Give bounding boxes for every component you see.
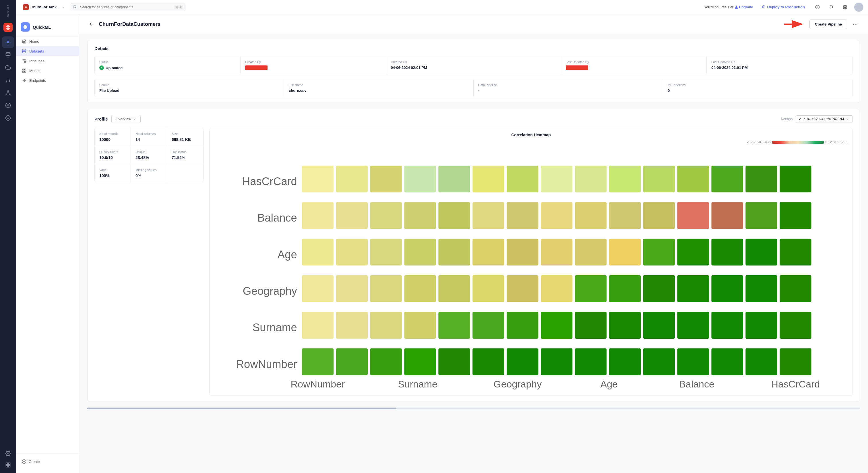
sidebar-item-network-icon[interactable] [2,87,14,98]
more-options-button[interactable]: ··· [851,20,860,29]
svg-rect-45 [472,166,504,192]
user-avatar[interactable] [854,3,863,12]
red-arrow-icon [783,19,806,29]
stats-left: No of records 10000 No of columns 14 Siz… [94,128,204,396]
project-selector[interactable]: C ChurnForBank... [21,3,67,11]
created-on-value: 04-06-2024 02:01 PM [391,65,556,70]
page-content: ChurnForDataCustomers Crea [79,14,868,473]
back-button[interactable] [87,20,95,28]
svg-rect-115 [302,348,334,375]
nav-item-pipelines[interactable]: Pipelines [16,56,79,66]
svg-rect-50 [643,166,675,192]
page-header-right: Create Pipeline ··· [783,19,860,29]
svg-rect-117 [370,348,402,375]
svg-point-20 [844,7,846,8]
svg-rect-112 [711,312,743,338]
sidebar-item-datasets-icon[interactable] [2,49,14,61]
horizontal-scrollbar[interactable] [87,408,860,409]
columns-value: 14 [135,137,162,142]
notifications-button[interactable] [827,3,836,12]
size-cell: Size 668.81 KB [167,128,203,146]
create-pipeline-button[interactable]: Create Pipeline [809,20,847,29]
svg-rect-97 [711,275,743,302]
upgrade-icon [735,5,738,9]
last-updated-by-value: ████████ [566,65,702,70]
svg-rect-12 [6,463,8,465]
profile-card: Profile Overview Version V1 / 04-06-2024… [87,109,860,402]
create-button[interactable]: Create [22,457,73,466]
valid-cell: Valid 100% [95,164,131,182]
svg-rect-95 [643,275,675,302]
svg-rect-48 [575,166,607,192]
svg-rect-66 [677,202,709,229]
sidebar-bottom: Create [16,453,79,470]
scrollbar-thumb[interactable] [87,408,396,409]
svg-point-5 [7,90,8,91]
sidebar-item-grid-icon[interactable] [2,459,14,471]
deploy-to-production-button[interactable]: Deploy to Production [758,3,808,11]
svg-rect-125 [643,348,675,375]
sidebar-item-rocket-icon[interactable] [2,100,14,111]
ml-pipelines-cell: ML Pipelines 0 [663,79,852,97]
search-input[interactable] [71,3,185,11]
heatmap-svg: HasCrCard Balance Age Geography Surname … [214,146,848,390]
heatmap-container: Correlation Heatmap -1 -0.75 -0.5 -0.25 … [209,128,853,396]
help-button[interactable] [813,3,822,12]
sidebar-item-chart-icon[interactable] [2,74,14,86]
sidebar-item-face-icon[interactable] [2,112,14,124]
svg-rect-24 [24,69,26,70]
nav-item-models[interactable]: Models [16,66,79,75]
free-tier-badge: You're on Free Tier Upgrade [704,5,753,9]
details-card: Details Status Uploaded Created By █████… [87,40,860,103]
sidebar-item-settings-icon[interactable] [2,448,14,459]
svg-text:Surname: Surname [253,321,297,334]
stats-grid: No of records 10000 No of columns 14 Siz… [94,128,204,182]
svg-rect-119 [438,348,470,375]
nav-item-home[interactable]: Home [16,36,79,46]
svg-text:HasCrCard: HasCrCard [771,379,820,389]
svg-rect-13 [9,463,10,465]
content-area: QuickML Home Datasets Pipelines Models E… [16,14,868,473]
svg-rect-43 [404,166,436,192]
svg-text:Balance: Balance [257,212,297,224]
file-name-label: File Name [289,83,469,87]
svg-rect-14 [9,466,10,467]
version-select[interactable]: V1 / 04-06-2024 02:01:47 PM [795,115,853,123]
file-name-cell: File Name churn.csv [284,79,474,97]
records-cell: No of records 10000 [95,128,131,146]
nav-item-datasets[interactable]: Datasets [16,46,79,56]
profile-dropdown[interactable]: Overview [112,115,141,123]
home-icon [22,39,26,43]
sidebar-item-quickml[interactable] [2,36,14,48]
upgrade-link[interactable]: Upgrade [735,5,753,9]
svg-rect-77 [541,239,572,265]
services-bar: Services [0,0,16,473]
svg-rect-42 [370,166,402,192]
data-pipeline-value: - [478,88,658,93]
svg-rect-62 [541,202,572,229]
nav-label-pipelines: Pipelines [29,59,44,63]
nav-item-endpoints[interactable]: Endpoints [16,75,79,85]
svg-rect-84 [780,239,811,265]
svg-rect-59 [438,202,470,229]
svg-rect-104 [438,312,470,338]
svg-rect-68 [745,202,777,229]
svg-rect-26 [22,71,24,72]
sidebar-item-cloud-icon[interactable] [2,62,14,73]
page-title: ChurnForDataCustomers [99,21,160,27]
ml-pipelines-label: ML Pipelines [668,83,848,87]
ml-pipelines-value: 0 [668,88,848,93]
svg-rect-49 [609,166,641,192]
svg-rect-128 [745,348,777,375]
svg-rect-58 [404,202,436,229]
settings-button[interactable] [840,3,849,12]
svg-rect-99 [780,275,811,302]
svg-rect-79 [609,239,641,265]
nav-label-models: Models [29,69,41,73]
svg-rect-86 [336,275,368,302]
brand-name: QuickML [33,25,51,30]
svg-point-22 [24,61,26,63]
svg-rect-108 [575,312,607,338]
svg-rect-63 [575,202,607,229]
version-chevron-icon [846,117,849,121]
